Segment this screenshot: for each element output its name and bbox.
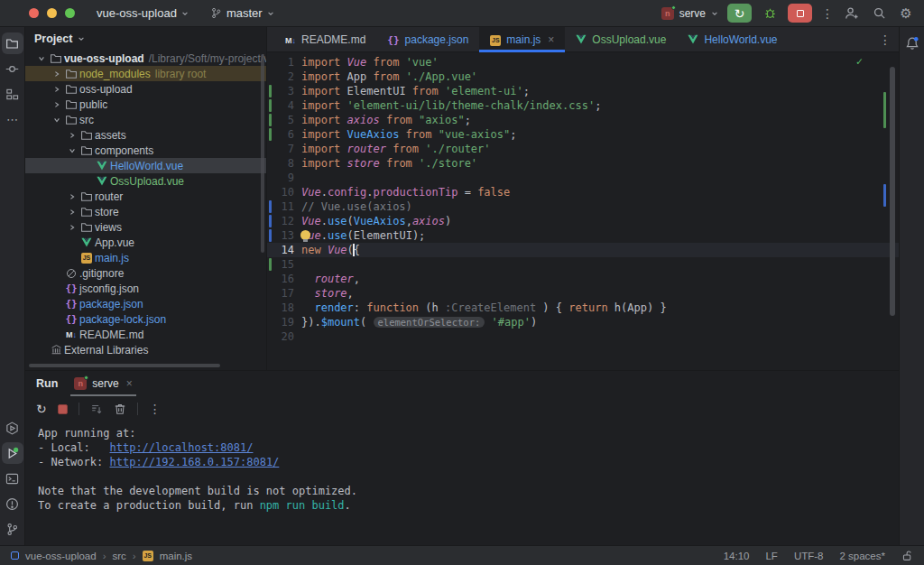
tree-item-app-vue[interactable]: App.vue (25, 235, 266, 250)
breadcrumb-folder[interactable]: src (112, 551, 125, 561)
tree-item-vue-oss-upload[interactable]: vue-oss-upload/Library/Soft/my-project/v… (25, 51, 266, 66)
chevron-expanded-icon[interactable] (65, 147, 79, 154)
chevron-expanded-icon[interactable] (50, 116, 63, 124)
editor-tab-main-js[interactable]: JSmain.js× (479, 27, 565, 51)
chevron-collapsed-icon[interactable] (50, 86, 63, 93)
editor-scrollbar[interactable] (890, 67, 895, 316)
tab-options-menu[interactable]: ⋮ (879, 33, 892, 46)
breadcrumb-file[interactable]: main.js (160, 551, 192, 561)
editor-tab-helloworld-vue[interactable]: HelloWorld.vue (677, 27, 788, 51)
chevron-collapsed-icon[interactable] (65, 224, 79, 231)
fullscreen-window-button[interactable] (65, 8, 75, 18)
code-with-me-button[interactable] (843, 6, 861, 21)
encoding-widget[interactable]: UTF-8 (794, 551, 824, 561)
scroll-to-end-button[interactable] (90, 403, 103, 415)
tree-item-views[interactable]: views (25, 219, 266, 235)
tree-item--gitignore[interactable]: .gitignore (25, 265, 266, 281)
tool-window-terminal-button[interactable] (2, 468, 23, 489)
modified-line-marker[interactable] (269, 200, 272, 213)
editor-tab-ossupload-vue[interactable]: OssUpload.vue (565, 27, 677, 51)
close-window-button[interactable] (29, 8, 39, 18)
tree-item-assets[interactable]: assets (25, 127, 266, 143)
tool-window-git-button[interactable] (2, 518, 23, 540)
tool-window-problems-button[interactable] (2, 493, 23, 514)
added-line-marker[interactable] (269, 85, 272, 97)
tree-item-oss-upload[interactable]: oss-upload (25, 81, 266, 97)
added-line-marker[interactable] (269, 128, 272, 141)
code-line-17[interactable]: 17 store, (267, 286, 899, 301)
project-widget-icon[interactable] (11, 551, 19, 560)
code-line-20[interactable]: 20 (267, 329, 899, 344)
tree-item-package-lock-json[interactable]: {}package-lock.json (25, 311, 266, 327)
code-editor[interactable]: 1import Vue from 'vue'2import App from '… (267, 52, 899, 370)
code-line-10[interactable]: 10Vue.config.productionTip = false (267, 185, 899, 199)
console-url-link[interactable]: http://192.168.0.157:8081/ (109, 456, 279, 468)
unlock-icon[interactable] (901, 550, 913, 561)
tool-window-services-button[interactable] (2, 417, 23, 439)
tool-window-structure-button[interactable] (2, 83, 23, 105)
rerun-button[interactable]: ↻ (36, 402, 47, 416)
stop-button[interactable] (788, 4, 812, 23)
breadcrumb-project[interactable]: vue-oss-upload (25, 551, 97, 561)
code-line-6[interactable]: 6import VueAxios from "vue-axios"; (267, 127, 899, 142)
added-line-marker[interactable] (269, 258, 272, 271)
chevron-expanded-icon[interactable] (34, 55, 48, 62)
editor-tab-readme-md[interactable]: M↓README.md (274, 27, 376, 51)
notifications-button[interactable] (901, 32, 923, 54)
code-line-3[interactable]: 3import ElementUI from 'element-ui'; (267, 84, 899, 98)
settings-button[interactable]: ⚙ (897, 5, 915, 22)
chevron-collapsed-icon[interactable] (50, 101, 63, 108)
code-line-5[interactable]: 5import axios from "axios"; (267, 113, 899, 127)
intention-bulb-icon[interactable] (300, 230, 310, 240)
clear-console-button[interactable] (114, 403, 126, 415)
code-line-1[interactable]: 1import Vue from 'vue' (267, 55, 899, 69)
indent-widget[interactable]: 2 spaces* (839, 551, 885, 561)
more-actions-menu[interactable]: ⋮ (821, 7, 834, 20)
chevron-collapsed-icon[interactable] (50, 70, 63, 78)
tool-window-commit-button[interactable] (2, 58, 23, 79)
added-lines-stripe-mark[interactable] (883, 92, 886, 128)
code-line-9[interactable]: 9 (267, 171, 899, 185)
run-tab-serve[interactable]: n serve × (70, 371, 135, 396)
tree-item-external-libraries[interactable]: External Libraries (25, 342, 266, 357)
chevron-collapsed-icon[interactable] (65, 132, 79, 139)
code-line-14[interactable]: 14new Vue({ (267, 243, 899, 257)
close-icon[interactable]: × (548, 33, 554, 46)
tree-item-components[interactable]: components (25, 143, 266, 158)
tree-item-ossupload-vue[interactable]: OssUpload.vue (25, 173, 266, 189)
tree-item-main-js[interactable]: JSmain.js (25, 250, 266, 265)
added-line-marker[interactable] (269, 114, 272, 126)
search-everywhere-button[interactable] (870, 6, 888, 20)
project-tree-horizontal-scrollbar[interactable] (29, 364, 220, 367)
tree-item-jsconfig-json[interactable]: {}jsconfig.json (25, 281, 266, 296)
code-line-11[interactable]: 11// Vue.use(axios) (267, 199, 899, 214)
tree-item-package-json[interactable]: {}package.json (25, 296, 266, 311)
console-options-menu[interactable]: ⋮ (149, 403, 162, 415)
code-line-19[interactable]: 19}).$mount( elementOrSelector: '#app') (267, 315, 899, 329)
line-ending-widget[interactable]: LF (765, 551, 777, 561)
code-line-13[interactable]: 13Vue.use(ElementUI); (267, 228, 899, 243)
stop-button[interactable] (58, 404, 68, 414)
run-console-output[interactable]: App running at:- Local: http://localhost… (25, 421, 899, 545)
project-selector[interactable]: vue-oss-upload (91, 4, 194, 23)
chevron-collapsed-icon[interactable] (65, 193, 79, 200)
code-line-4[interactable]: 4import 'element-ui/lib/theme-chalk/inde… (267, 98, 899, 113)
minimize-window-button[interactable] (47, 8, 57, 18)
chevron-collapsed-icon[interactable] (65, 208, 79, 216)
rerun-button[interactable]: ↻ (727, 4, 752, 23)
tree-item-store[interactable]: store (25, 204, 266, 219)
more-tool-windows-button[interactable]: ⋯ (2, 108, 23, 130)
modified-line-marker[interactable] (269, 229, 272, 242)
code-line-7[interactable]: 7import router from './router' (267, 142, 899, 156)
caret-position-widget[interactable]: 14:10 (724, 551, 750, 561)
close-icon[interactable]: × (126, 377, 133, 390)
tree-item-node-modules[interactable]: node_moduleslibrary root (25, 66, 266, 81)
project-panel-title[interactable]: Project (34, 32, 72, 45)
tool-window-project-button[interactable] (2, 32, 23, 54)
code-line-18[interactable]: 18 render: function (h :CreateElement ) … (267, 301, 899, 315)
code-line-8[interactable]: 8import store from './store' (267, 156, 899, 171)
run-configuration-selector[interactable]: n serve (661, 7, 718, 20)
tree-item-readme-md[interactable]: M↓README.md (25, 327, 266, 342)
code-line-15[interactable]: 15 (267, 257, 899, 272)
console-url-link[interactable]: http://localhost:8081/ (109, 441, 253, 454)
